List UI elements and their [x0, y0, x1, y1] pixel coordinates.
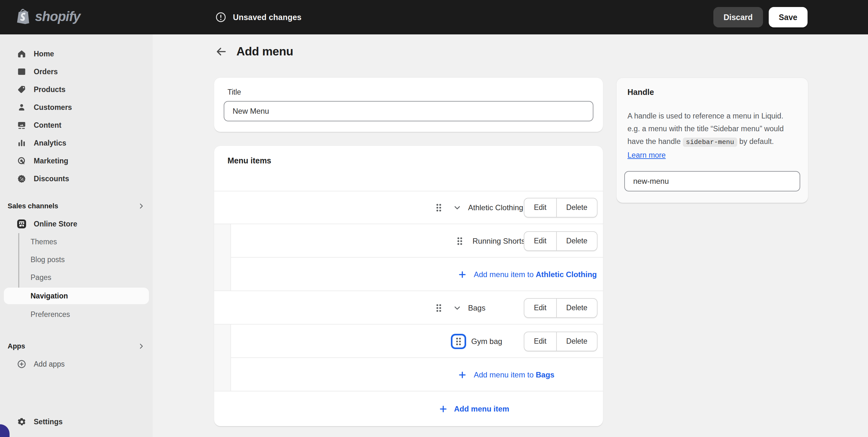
orders-icon: [17, 67, 27, 77]
add-link-target: Bags: [536, 371, 555, 379]
row-action-group: Edit Delete: [524, 198, 597, 217]
menu-item-label: Bags: [468, 303, 486, 313]
row-action-group: Edit Delete: [524, 231, 597, 251]
save-button[interactable]: Save: [769, 7, 808, 27]
indent-gutter: [214, 358, 231, 391]
sidebar-item-pages[interactable]: Pages: [4, 270, 149, 285]
sidebar-item-label: Content: [34, 121, 61, 129]
sidebar-item-label: Navigation: [31, 292, 68, 300]
row-action-group: Edit Delete: [524, 298, 597, 318]
page-header: Add menu: [214, 42, 293, 61]
delete-button[interactable]: Delete: [556, 332, 597, 351]
sidebar: Home Orders Products Customers Content A…: [0, 34, 153, 437]
add-menu-item-link[interactable]: Add menu item: [454, 405, 509, 413]
handle-input[interactable]: [624, 171, 800, 192]
drag-handle-icon[interactable]: [431, 300, 446, 316]
sidebar-item-home[interactable]: Home: [4, 46, 149, 61]
topbar: shopify Unsaved changes Discard Save: [0, 0, 868, 34]
sidebar-item-discounts[interactable]: Discounts: [4, 171, 149, 186]
image-icon: [17, 120, 27, 130]
shopify-logo: shopify: [17, 0, 80, 34]
add-link-prefix: Add menu item to: [474, 270, 536, 279]
chevron-down-icon[interactable]: [451, 201, 464, 214]
plus-icon: [437, 403, 449, 415]
menu-row-athletic-clothing: Athletic Clothing Edit Delete: [214, 191, 603, 224]
add-menu-item-to-athletic-row[interactable]: Add menu item to Athletic Clothing: [214, 258, 603, 291]
online-store-icon: [17, 218, 27, 229]
back-arrow-button[interactable]: [214, 45, 228, 59]
sidebar-item-label: Marketing: [34, 157, 68, 165]
discard-button[interactable]: Discard: [713, 7, 763, 27]
apps-header[interactable]: Apps: [8, 340, 145, 353]
bar-chart-icon: [17, 138, 27, 148]
indent-gutter: [214, 325, 231, 358]
edit-button[interactable]: Edit: [524, 232, 556, 250]
menu-items-card: Menu items Athletic Clothing Edit Delete: [214, 146, 603, 426]
chevron-right-icon: [137, 202, 145, 210]
indent-gutter: [214, 258, 231, 291]
sidebar-item-preferences[interactable]: Preferences: [4, 307, 149, 322]
add-menu-item-to-bags-link[interactable]: Add menu item to Bags: [474, 371, 554, 379]
menu-title-input[interactable]: [224, 101, 593, 121]
sidebar-item-orders[interactable]: Orders: [4, 64, 149, 79]
plus-circle-icon: [17, 359, 27, 369]
menu-item-label: Running Shorts: [472, 237, 525, 245]
title-field-label: Title: [227, 88, 593, 96]
discount-badge-icon: [17, 174, 27, 183]
learn-more-link[interactable]: Learn more: [627, 151, 665, 159]
edit-button[interactable]: Edit: [524, 299, 556, 317]
target-cursor-icon: [17, 156, 27, 166]
menu-row-running-shorts: Running Shorts Edit Delete: [214, 224, 603, 258]
add-menu-item-to-bags-row[interactable]: Add menu item to Bags: [214, 358, 603, 391]
sidebar-item-settings[interactable]: Settings: [4, 414, 149, 429]
sidebar-item-analytics[interactable]: Analytics: [4, 135, 149, 151]
sales-channels-header[interactable]: Sales channels: [8, 200, 145, 212]
handle-title: Handle: [627, 88, 800, 97]
edit-button[interactable]: Edit: [524, 198, 556, 217]
sidebar-item-add-apps[interactable]: Add apps: [4, 356, 149, 372]
shopify-bag-icon: [17, 8, 32, 26]
sidebar-item-label: Themes: [31, 238, 57, 246]
sidebar-item-content[interactable]: Content: [4, 118, 149, 133]
add-link-prefix: Add menu item to: [474, 371, 536, 379]
unsaved-changes-label: Unsaved changes: [233, 13, 302, 22]
sidebar-item-products[interactable]: Products: [4, 82, 149, 97]
menu-item-label: Gym bag: [471, 337, 502, 346]
chevron-right-icon: [137, 342, 145, 350]
drag-handle-icon[interactable]: [452, 233, 467, 249]
page-title: Add menu: [237, 45, 293, 58]
drag-handle-icon[interactable]: [431, 200, 446, 215]
chevron-down-icon[interactable]: [451, 302, 464, 314]
plus-icon: [457, 269, 468, 280]
sidebar-item-navigation[interactable]: Navigation: [4, 288, 149, 304]
menu-row-gym-bag: Gym bag Edit Delete: [214, 325, 603, 358]
plus-icon: [457, 369, 468, 381]
sidebar-item-themes[interactable]: Themes: [4, 234, 149, 250]
sidebar-item-label: Customers: [34, 103, 72, 112]
sidebar-item-blog-posts[interactable]: Blog posts: [4, 252, 149, 267]
sidebar-item-label: Products: [34, 85, 66, 94]
drag-handle-icon-focused[interactable]: [451, 334, 466, 349]
indent-gutter: [214, 224, 231, 258]
add-link-target: Athletic Clothing: [536, 270, 597, 279]
tag-icon: [17, 85, 27, 94]
sidebar-item-customers[interactable]: Customers: [4, 100, 149, 115]
handle-desc-text: by default.: [737, 137, 774, 146]
sidebar-item-label: Home: [34, 50, 54, 58]
sidebar-item-label: Pages: [31, 273, 51, 282]
main-content: Add menu Title Menu items: [153, 34, 868, 437]
gear-icon: [17, 417, 27, 427]
sidebar-item-online-store[interactable]: Online Store: [4, 216, 149, 232]
sales-channels-label: Sales channels: [8, 202, 58, 210]
delete-button[interactable]: Delete: [556, 198, 597, 217]
edit-button[interactable]: Edit: [524, 332, 556, 351]
menu-items-title: Menu items: [227, 156, 593, 165]
delete-button[interactable]: Delete: [556, 299, 597, 317]
sidebar-item-marketing[interactable]: Marketing: [4, 153, 149, 169]
unsaved-changes-status: Unsaved changes: [215, 0, 302, 34]
delete-button[interactable]: Delete: [556, 232, 597, 250]
topbar-actions: Discard Save: [713, 0, 808, 34]
sidebar-item-label: Analytics: [34, 139, 66, 147]
add-menu-item-to-athletic-link[interactable]: Add menu item to Athletic Clothing: [474, 270, 597, 279]
add-menu-item-row[interactable]: Add menu item: [214, 391, 603, 426]
